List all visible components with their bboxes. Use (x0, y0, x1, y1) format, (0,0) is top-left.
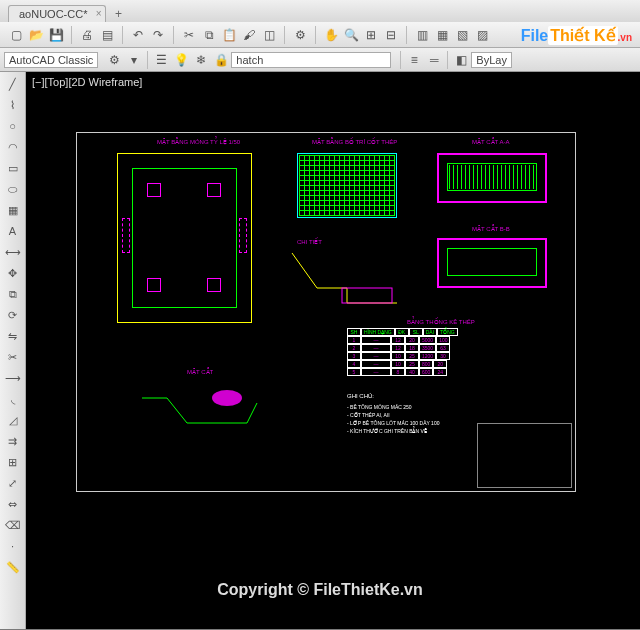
dim-icon[interactable]: ⟷ (4, 244, 22, 260)
ws-save-icon[interactable]: ▾ (125, 51, 143, 69)
color-icon[interactable]: ◧ (452, 51, 470, 69)
logo-part1: File (521, 27, 549, 44)
rebar-table: SH HÌNH DẠNG ĐK SL DÀI TỔNG 1—1220500010… (347, 328, 458, 376)
linetype-icon[interactable]: ≡ (405, 51, 423, 69)
rect-icon[interactable]: ▭ (4, 160, 22, 176)
style-dropdown[interactable]: ByLay (471, 52, 512, 68)
erase-icon[interactable]: ⌫ (4, 517, 22, 533)
copyright-watermark: Copyright © FileThietKe.vn (0, 581, 640, 599)
bottom-section (137, 378, 277, 438)
arc-icon[interactable]: ◠ (4, 139, 22, 155)
save-icon[interactable]: 💾 (47, 26, 65, 44)
offset-icon[interactable]: ⇉ (4, 433, 22, 449)
layer-props-icon[interactable]: ☰ (152, 51, 170, 69)
zoom-win-icon[interactable]: ⊞ (362, 26, 380, 44)
match-icon[interactable]: 🖌 (240, 26, 258, 44)
mirror-icon[interactable]: ⇋ (4, 328, 22, 344)
logo-watermark: FileThiết Kế.vn (521, 26, 632, 45)
plan-side2 (239, 218, 247, 253)
copy2-icon[interactable]: ⧉ (4, 286, 22, 302)
zoom-ext-icon[interactable]: 🔍 (342, 26, 360, 44)
new-tab-button[interactable]: + (110, 6, 126, 22)
more-icon[interactable]: ▨ (473, 26, 491, 44)
workspace-dropdown[interactable]: AutoCAD Classic (4, 52, 98, 68)
zoom-prev-icon[interactable]: ⊟ (382, 26, 400, 44)
pan-icon[interactable]: ✋ (322, 26, 340, 44)
plan-col3 (147, 278, 161, 292)
title-sec2: MẶT CẮT B-B (472, 225, 510, 232)
note-line: - LỚP BÊ TÔNG LÓT MÁC 100 DÀY 100 (347, 419, 439, 427)
print-icon[interactable]: 🖨 (78, 26, 96, 44)
undo-icon[interactable]: ↶ (129, 26, 147, 44)
table-header-row: SH HÌNH DẠNG ĐK SL DÀI TỔNG (347, 328, 458, 336)
table-row: 4—102580020 (347, 360, 458, 368)
paste-icon[interactable]: 📋 (220, 26, 238, 44)
cut-icon[interactable]: ✂ (180, 26, 198, 44)
title-table: BẢNG THỐNG KÊ THÉP (407, 318, 475, 325)
open-icon[interactable]: 📂 (27, 26, 45, 44)
th: ĐK (395, 328, 409, 336)
drawing-frame: MẶT BẰNG MÓNG TỶ LỆ 1/50 MẶT BẰNG BỐ TRÍ… (76, 132, 576, 492)
tool-icon[interactable]: ⚙ (291, 26, 309, 44)
text-icon[interactable]: A (4, 223, 22, 239)
th: DÀI (423, 328, 437, 336)
rotate-icon[interactable]: ⟳ (4, 307, 22, 323)
point-icon[interactable]: · (4, 538, 22, 554)
sec2-inner (447, 248, 537, 276)
note-line: - BÊ TÔNG MÓNG MÁC 250 (347, 403, 439, 411)
block-icon[interactable]: ◫ (260, 26, 278, 44)
close-icon[interactable]: × (96, 8, 102, 19)
table-row: 3—1025120030 (347, 352, 458, 360)
file-tab-bar: aoNUOC-CC* × + (0, 0, 640, 22)
measure-icon[interactable]: 📏 (4, 559, 22, 575)
logo-part3: .vn (618, 32, 632, 43)
fillet-icon[interactable]: ◟ (4, 391, 22, 407)
hatch-icon[interactable]: ▦ (4, 202, 22, 218)
stretch-icon[interactable]: ⇔ (4, 496, 22, 512)
model-space[interactable]: [−][Top][2D Wireframe] MẶT BẰNG MÓNG TỶ … (26, 72, 640, 629)
polyline-icon[interactable]: ⌇ (4, 97, 22, 113)
plan-col2 (207, 183, 221, 197)
sec1-bars (449, 165, 535, 189)
plan-col4 (207, 278, 221, 292)
lineweight-icon[interactable]: ═ (425, 51, 443, 69)
copy-icon[interactable]: ⧉ (200, 26, 218, 44)
title-detail: CHI TIẾT (297, 238, 322, 245)
canvas-area: ╱ ⌇ ○ ◠ ▭ ⬭ ▦ A ⟷ ✥ ⧉ ⟳ ⇋ ✂ ⟶ ◟ ◿ ⇉ ⊞ ⤢ … (0, 72, 640, 629)
sheet-icon[interactable]: ▥ (413, 26, 431, 44)
gear-icon[interactable]: ⚙ (105, 51, 123, 69)
th: SH (347, 328, 361, 336)
note-line: - KÍCH THƯỚC GHI TRÊN BẢN VẼ (347, 427, 439, 435)
layer-on-icon[interactable]: 💡 (172, 51, 190, 69)
table-row: 5—84060024 (347, 368, 458, 376)
logo-part2: Thiết Kế (548, 26, 617, 45)
circle-icon[interactable]: ○ (4, 118, 22, 134)
svg-rect-0 (342, 288, 392, 303)
title-plan: MẶT BẰNG MÓNG TỶ LỆ 1/50 (157, 138, 240, 145)
plot-icon[interactable]: ▤ (98, 26, 116, 44)
scale-icon[interactable]: ⤢ (4, 475, 22, 491)
ellipse-icon[interactable]: ⬭ (4, 181, 22, 197)
file-tab-active[interactable]: aoNUOC-CC* × (8, 5, 106, 22)
move-icon[interactable]: ✥ (4, 265, 22, 281)
palette-icon[interactable]: ▧ (453, 26, 471, 44)
redo-icon[interactable]: ↷ (149, 26, 167, 44)
props-icon[interactable]: ▦ (433, 26, 451, 44)
layer-lock-icon[interactable]: 🔒 (212, 51, 230, 69)
chamfer-icon[interactable]: ◿ (4, 412, 22, 428)
table-row: 1—12205000100 (347, 336, 458, 344)
title-sec1: MẶT CẮT A-A (472, 138, 509, 145)
draw-toolbox: ╱ ⌇ ○ ◠ ▭ ⬭ ▦ A ⟷ ✥ ⧉ ⟳ ⇋ ✂ ⟶ ◟ ◿ ⇉ ⊞ ⤢ … (0, 72, 26, 629)
line-icon[interactable]: ╱ (4, 76, 22, 92)
view-label[interactable]: [−][Top][2D Wireframe] (32, 76, 142, 88)
trim-icon[interactable]: ✂ (4, 349, 22, 365)
layer-dropdown[interactable]: hatch (231, 52, 391, 68)
title-block (477, 423, 572, 488)
plan-side1 (122, 218, 130, 253)
new-icon[interactable]: ▢ (7, 26, 25, 44)
layer-toolbar: AutoCAD Classic ⚙ ▾ ☰ 💡 ❄ 🔒 hatch ≡ ═ ◧ … (0, 48, 640, 72)
th: SL (409, 328, 423, 336)
extend-icon[interactable]: ⟶ (4, 370, 22, 386)
array-icon[interactable]: ⊞ (4, 454, 22, 470)
layer-freeze-icon[interactable]: ❄ (192, 51, 210, 69)
